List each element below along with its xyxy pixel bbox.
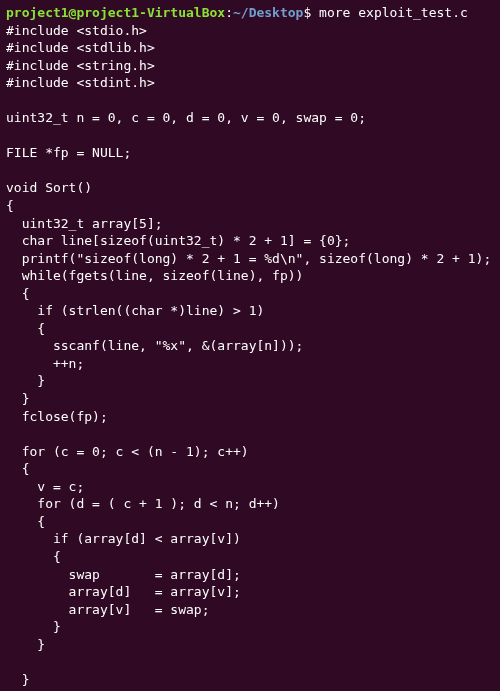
code-line: uint32_t n = 0, c = 0, d = 0, v = 0, swa… xyxy=(6,109,494,127)
code-line: } xyxy=(6,671,494,689)
code-line: v = c; xyxy=(6,478,494,496)
code-line: #include <stdio.h> xyxy=(6,22,494,40)
code-line: } xyxy=(6,636,494,654)
code-line xyxy=(6,425,494,443)
code-line: if (array[d] < array[v]) xyxy=(6,530,494,548)
code-line: { xyxy=(6,320,494,338)
code-line: #include <string.h> xyxy=(6,57,494,75)
code-line: uint32_t array[5]; xyxy=(6,215,494,233)
code-line: #include <stdint.h> xyxy=(6,74,494,92)
code-line: } xyxy=(6,372,494,390)
code-line: array[v] = swap; xyxy=(6,601,494,619)
prompt-dollar: $ xyxy=(303,5,319,20)
code-line: } xyxy=(6,618,494,636)
code-line: } xyxy=(6,390,494,408)
command-text: more exploit_test.c xyxy=(319,5,468,20)
code-line xyxy=(6,92,494,110)
code-line: for (c = 0; c < (n - 1); c++) xyxy=(6,443,494,461)
code-line: printf("sizeof(long) * 2 + 1 = %d\n", si… xyxy=(6,250,494,268)
code-line: char line[sizeof(uint32_t) * 2 + 1] = {0… xyxy=(6,232,494,250)
code-line: if (strlen((char *)line) > 1) xyxy=(6,302,494,320)
code-line xyxy=(6,127,494,145)
code-line: fclose(fp); xyxy=(6,408,494,426)
code-line: { xyxy=(6,548,494,566)
prompt-path: ~/Desktop xyxy=(233,5,303,20)
terminal-prompt-line: project1@project1-VirtualBox:~/Desktop$ … xyxy=(6,4,494,22)
code-line: for (d = ( c + 1 ); d < n; d++) xyxy=(6,495,494,513)
code-line: { xyxy=(6,197,494,215)
code-line: array[d] = array[v]; xyxy=(6,583,494,601)
code-line xyxy=(6,653,494,671)
code-line: void Sort() xyxy=(6,179,494,197)
code-line xyxy=(6,162,494,180)
code-line: swap = array[d]; xyxy=(6,566,494,584)
code-line: sscanf(line, "%x", &(array[n])); xyxy=(6,337,494,355)
code-line: { xyxy=(6,285,494,303)
prompt-colon: : xyxy=(225,5,233,20)
code-line: FILE *fp = NULL; xyxy=(6,144,494,162)
file-content: #include <stdio.h>#include <stdlib.h>#in… xyxy=(6,22,494,691)
prompt-user-host: project1@project1-VirtualBox xyxy=(6,5,225,20)
code-line: { xyxy=(6,513,494,531)
code-line: { xyxy=(6,460,494,478)
code-line: ++n; xyxy=(6,355,494,373)
code-line: #include <stdlib.h> xyxy=(6,39,494,57)
code-line: while(fgets(line, sizeof(line), fp)) xyxy=(6,267,494,285)
